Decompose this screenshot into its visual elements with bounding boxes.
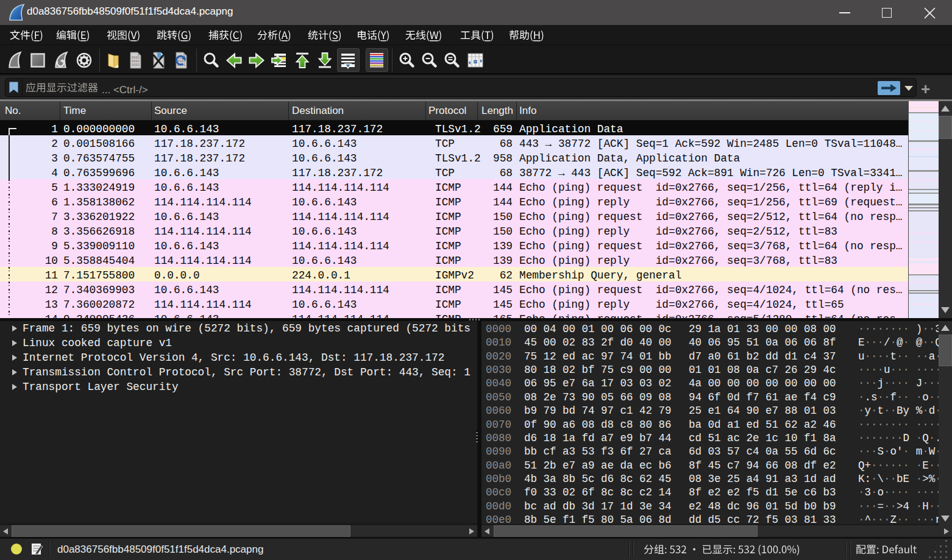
svg-text:0101: 0101 [132,63,140,67]
